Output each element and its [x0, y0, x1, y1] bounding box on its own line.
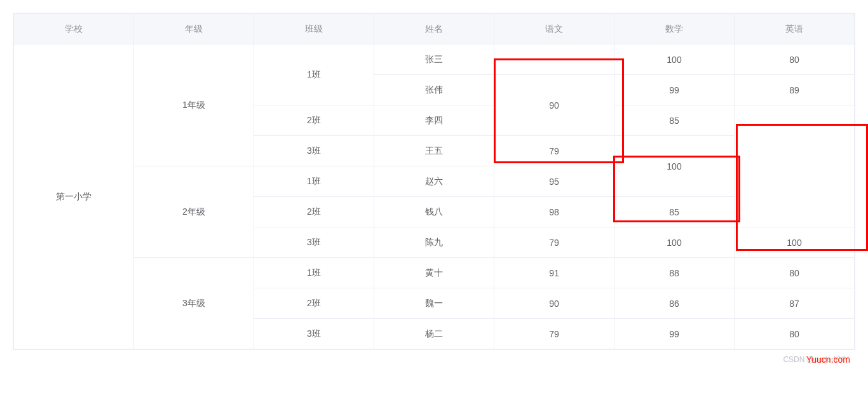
cell-chinese: 91 — [494, 258, 614, 288]
cell-chinese: 98 — [494, 197, 614, 227]
cell-math: 100 — [614, 44, 735, 75]
cell-math: 99 — [614, 319, 735, 349]
table-header: 学校 年级 班级 姓名 语文 数学 英语 — [14, 14, 855, 44]
cell-student: 钱八 — [374, 197, 494, 227]
cell-english — [735, 105, 855, 227]
cell-student: 赵六 — [374, 166, 494, 197]
cell-english: 100 — [735, 227, 855, 258]
watermark-text: Yuucn.com — [806, 354, 850, 365]
cell-chinese: 95 — [494, 166, 614, 197]
header-grade: 年级 — [134, 14, 254, 44]
cell-school: 第一小学 — [14, 44, 134, 349]
cell-student: 张伟 — [374, 75, 494, 105]
cell-class: 2班 — [254, 197, 374, 227]
cell-student: 王五 — [374, 136, 494, 166]
score-table-wrapper: 学校 年级 班级 姓名 语文 数学 英语 第一小学 1年级 1班 张三 100 … — [13, 13, 855, 350]
cell-english: 80 — [735, 44, 855, 75]
header-math: 数学 — [614, 14, 735, 44]
cell-student: 李四 — [374, 105, 494, 136]
table-row: 3年级 1班 黄十 91 88 80 — [14, 258, 855, 288]
cell-grade: 1年级 — [134, 44, 254, 166]
cell-class: 1班 — [254, 44, 374, 105]
cell-student: 魏一 — [374, 288, 494, 319]
cell-math: 85 — [614, 105, 735, 136]
table-body: 第一小学 1年级 1班 张三 100 80 张伟 90 99 89 2班 李四 … — [14, 44, 855, 349]
cell-english: 80 — [735, 258, 855, 288]
cell-chinese — [494, 44, 614, 75]
cell-class: 3班 — [254, 319, 374, 349]
cell-math: 99 — [614, 75, 735, 105]
cell-math: 100 — [614, 136, 735, 197]
cell-math: 85 — [614, 197, 735, 227]
cell-chinese: 90 — [494, 75, 614, 136]
cell-student: 陈九 — [374, 227, 494, 258]
cell-chinese: 79 — [494, 319, 614, 349]
cell-class: 3班 — [254, 136, 374, 166]
cell-math: 100 — [614, 227, 735, 258]
cell-grade: 3年级 — [134, 258, 254, 349]
cell-chinese: 79 — [494, 136, 614, 166]
cell-class: 1班 — [254, 166, 374, 197]
header-row: 学校 年级 班级 姓名 语文 数学 英语 — [14, 14, 855, 44]
header-class: 班级 — [254, 14, 374, 44]
cell-class: 1班 — [254, 258, 374, 288]
footer-credit: CSDN @coderYYY — [13, 355, 855, 364]
header-chinese: 语文 — [494, 14, 614, 44]
cell-class: 2班 — [254, 288, 374, 319]
cell-english: 89 — [735, 75, 855, 105]
cell-english: 87 — [735, 288, 855, 319]
cell-student: 张三 — [374, 44, 494, 75]
header-school: 学校 — [14, 14, 134, 44]
score-table: 学校 年级 班级 姓名 语文 数学 英语 第一小学 1年级 1班 张三 100 … — [13, 13, 855, 349]
cell-chinese: 90 — [494, 288, 614, 319]
cell-class: 3班 — [254, 227, 374, 258]
cell-grade: 2年级 — [134, 166, 254, 258]
cell-english: 80 — [735, 319, 855, 349]
cell-chinese: 79 — [494, 227, 614, 258]
header-name: 姓名 — [374, 14, 494, 44]
cell-math: 86 — [614, 288, 735, 319]
cell-student: 杨二 — [374, 319, 494, 349]
header-english: 英语 — [735, 14, 855, 44]
cell-class: 2班 — [254, 105, 374, 136]
table-row: 第一小学 1年级 1班 张三 100 80 — [14, 44, 855, 75]
cell-math: 88 — [614, 258, 735, 288]
cell-student: 黄十 — [374, 258, 494, 288]
